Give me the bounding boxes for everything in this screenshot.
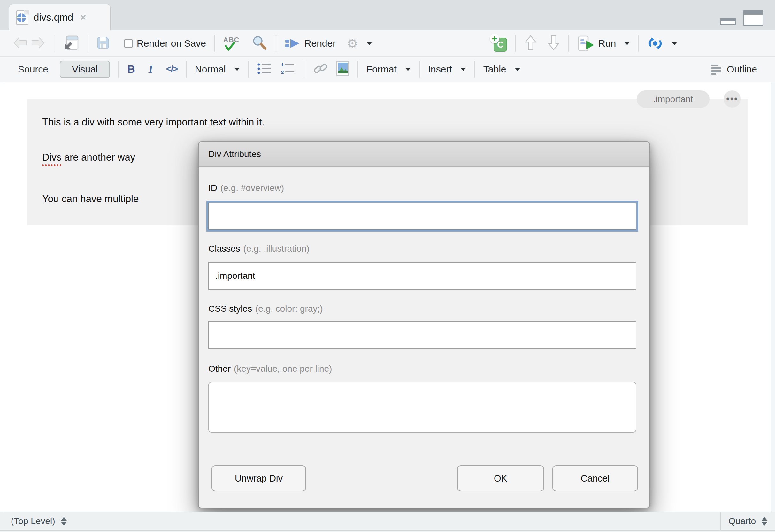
scope-selector[interactable]: (Top Level) [0, 516, 67, 526]
render-button[interactable]: Render [285, 36, 336, 50]
bullet-list-icon[interactable] [257, 62, 272, 76]
jump-next-icon[interactable] [547, 34, 560, 52]
ok-button[interactable]: OK [457, 465, 544, 491]
cancel-button[interactable]: Cancel [552, 465, 638, 491]
chevron-down-icon [405, 68, 411, 71]
tab-divs-qmd[interactable]: divs.qmd × [9, 4, 110, 30]
other-textarea[interactable] [208, 382, 636, 433]
chevron-down-icon [515, 68, 521, 71]
tab-title: divs.qmd [34, 12, 73, 23]
paragraph-style-dropdown[interactable]: Normal [195, 64, 240, 75]
outline-icon [711, 64, 722, 75]
paragraph: Divs are another way [42, 152, 135, 163]
jump-previous-icon[interactable] [524, 34, 537, 52]
tab-bar: divs.qmd × [0, 0, 775, 30]
render-on-save-checkbox[interactable] [124, 39, 133, 48]
insert-chunk-icon[interactable]: C+ [490, 35, 507, 52]
italic-icon[interactable]: I [148, 63, 153, 75]
gear-icon: ⚙ [346, 37, 358, 50]
div-attributes-dialog: Div Attributes ID(e.g. #overview) Classe… [198, 141, 650, 508]
id-input[interactable] [208, 203, 636, 230]
other-hint: (key=value, one per line) [234, 364, 332, 374]
scrollbar-track[interactable] [771, 82, 775, 512]
render-on-save-label: Render on Save [137, 38, 206, 49]
scope-label: (Top Level) [11, 516, 55, 526]
source-mode-button[interactable]: Source [18, 64, 48, 75]
save-icon[interactable] [96, 36, 110, 51]
id-hint: (e.g. #overview) [220, 183, 284, 193]
back-icon[interactable] [13, 36, 27, 51]
numbered-list-icon[interactable]: 1 2 [281, 62, 295, 76]
spellcheck-icon[interactable]: ABC [223, 35, 242, 52]
open-in-new-window-icon[interactable] [63, 35, 79, 52]
pane-window-controls [714, 0, 775, 30]
rerun-button[interactable] [647, 36, 677, 51]
insert-menu[interactable]: Insert [428, 64, 466, 75]
up-down-icon [61, 517, 67, 526]
chevron-down-icon [672, 42, 677, 45]
window-bottom-strip [0, 531, 775, 532]
chevron-down-icon [234, 68, 240, 71]
inline-code-icon[interactable]: </> [166, 64, 178, 74]
render-label: Render [304, 38, 336, 49]
misspelled-word: Divs [42, 152, 61, 166]
chevron-down-icon [366, 42, 372, 45]
run-label: Run [598, 38, 616, 49]
forward-icon[interactable] [31, 36, 45, 51]
dialog-title: Div Attributes [199, 142, 650, 167]
rstudio-editor-window: divs.qmd × [0, 0, 775, 532]
up-down-icon [762, 517, 767, 526]
css-styles-input[interactable] [208, 321, 636, 349]
language-mode-selector[interactable]: Quarto [720, 512, 775, 530]
visual-mode-button[interactable]: Visual [60, 61, 110, 78]
bold-icon[interactable]: B [127, 63, 135, 75]
id-label: ID(e.g. #overview) [208, 183, 284, 193]
run-button[interactable]: Run [577, 35, 630, 51]
paragraph: This is a div with some very important t… [42, 117, 264, 128]
format-menu[interactable]: Format [366, 64, 411, 75]
other-label: Other(key=value, one per line) [208, 364, 332, 374]
main-toolbar: Render on Save ABC Render ⚙ [0, 30, 775, 57]
paragraph: You can have multiple [42, 193, 139, 205]
find-replace-icon[interactable] [251, 35, 267, 52]
table-menu[interactable]: Table [483, 64, 521, 75]
quarto-file-icon [16, 10, 28, 25]
outline-toggle[interactable]: Outline [711, 64, 757, 75]
svg-text:2: 2 [281, 69, 284, 75]
outline-label: Outline [727, 64, 757, 75]
minimize-pane-icon[interactable] [720, 18, 736, 25]
div-options-button[interactable]: ••• [724, 90, 741, 108]
run-icon [577, 35, 595, 51]
format-toolbar: Source Visual B I </> Normal 1 2 [0, 57, 775, 82]
unwrap-div-button[interactable]: Unwrap Div [211, 465, 306, 491]
editor-status-bar: (Top Level) Quarto [0, 512, 775, 531]
maximize-pane-icon[interactable] [743, 10, 764, 26]
tab-close-icon[interactable]: × [80, 11, 86, 23]
rerun-icon [647, 36, 663, 51]
classes-label: Classes(e.g. .illustration) [208, 244, 309, 254]
language-label: Quarto [728, 516, 756, 526]
render-icon [285, 36, 300, 50]
render-on-save-toggle[interactable]: Render on Save [124, 38, 206, 49]
classes-input[interactable] [208, 262, 636, 290]
chevron-down-icon [624, 42, 630, 45]
chevron-down-icon [460, 68, 466, 71]
div-class-badge[interactable]: .important [637, 90, 710, 108]
svg-text:1: 1 [281, 62, 284, 67]
render-options-button[interactable]: ⚙ [346, 37, 372, 50]
css-styles-hint: (e.g. color: gray;) [255, 304, 323, 314]
classes-hint: (e.g. .illustration) [243, 244, 309, 254]
image-icon[interactable] [336, 61, 349, 78]
css-styles-label: CSS styles(e.g. color: gray;) [208, 304, 323, 314]
pane-left-border [4, 82, 4, 512]
link-icon[interactable] [313, 62, 328, 77]
